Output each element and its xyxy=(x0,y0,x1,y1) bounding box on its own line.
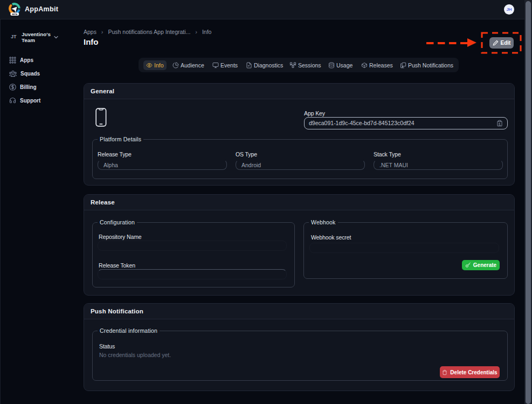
svg-text:BETA: BETA xyxy=(12,13,17,16)
